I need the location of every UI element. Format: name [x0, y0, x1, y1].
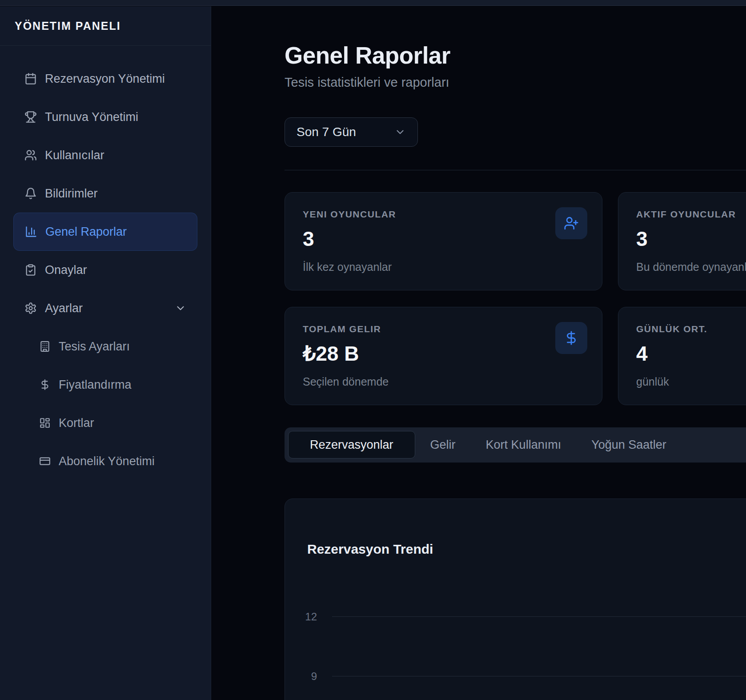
stat-description: Seçilen dönemde — [303, 375, 584, 388]
main-content: Genel Raporlar Tesis istatistikleri ve r… — [211, 6, 746, 700]
sidebar-nav: Rezervasyon Yönetimi Turnuva Yönetimi Ku… — [0, 46, 211, 480]
sidebar-item-label: Ayarlar — [45, 302, 83, 315]
sidebar-item-genel-raporlar[interactable]: Genel Raporlar — [13, 213, 197, 251]
page-subtitle: Tesis istatistikleri ve raporları — [285, 75, 746, 90]
stat-label: TOPLAM GELIR — [303, 323, 584, 335]
chart-gridline-row: 9 — [303, 671, 746, 682]
sidebar-header: YÖNETIM PANELI — [0, 6, 211, 46]
stat-value: ₺28 B — [303, 342, 584, 365]
stat-label: GÜNLÜK ORT. — [636, 323, 746, 335]
stat-description: Bu dönemde oynayanlar — [636, 260, 746, 274]
bell-icon — [24, 187, 37, 200]
sidebar-item-fiyatlandirma[interactable]: Fiyatlandırma — [13, 366, 197, 404]
y-axis-tick: 12 — [303, 611, 317, 623]
sidebar: YÖNETIM PANELI Rezervasyon Yönetimi Turn… — [0, 6, 211, 700]
chart-card: Rezervasyon Trendi 12 9 — [285, 499, 746, 700]
building-icon — [39, 341, 51, 352]
trophy-icon — [24, 111, 37, 123]
dollar-icon — [39, 379, 51, 390]
sidebar-item-label: Onaylar — [45, 263, 87, 277]
bar-chart-icon — [25, 225, 37, 238]
gridline — [332, 676, 746, 676]
sidebar-item-label: Kortlar — [59, 416, 94, 430]
sidebar-item-onaylar[interactable]: Onaylar — [13, 251, 197, 289]
tab-gelir[interactable]: Gelir — [415, 431, 471, 459]
period-select-value: Son 7 Gün — [297, 125, 356, 139]
period-select[interactable]: Son 7 Gün — [285, 117, 418, 147]
sidebar-item-tesis-ayarlari[interactable]: Tesis Ayarları — [13, 327, 197, 366]
tab-rezervasyonlar[interactable]: Rezervasyonlar — [288, 431, 415, 459]
layout-grid-icon — [39, 417, 51, 429]
page-title: Genel Raporlar — [285, 42, 746, 69]
stat-value: 3 — [303, 227, 584, 250]
sidebar-item-label: Bildirimler — [45, 187, 98, 201]
top-bar — [0, 0, 746, 6]
stat-description: günlük — [636, 375, 746, 388]
sidebar-item-label: Turnuva Yönetimi — [45, 110, 138, 124]
stats-grid: YENI OYUNCULAR 3 İlk kez oynayanlar AKTI… — [285, 192, 746, 405]
sidebar-item-label: Fiyatlandırma — [59, 378, 132, 392]
gridline — [332, 616, 746, 617]
user-plus-icon — [555, 207, 587, 239]
stat-description: İlk kez oynayanlar — [303, 260, 584, 274]
stat-card-yeni-oyuncular: YENI OYUNCULAR 3 İlk kez oynayanlar — [285, 192, 602, 290]
sidebar-item-label: Rezervasyon Yönetimi — [45, 72, 165, 86]
gear-icon — [24, 302, 37, 314]
sidebar-item-label: Genel Raporlar — [45, 225, 127, 239]
chart-title: Rezervasyon Trendi — [307, 542, 433, 557]
stat-label: YENI OYUNCULAR — [303, 209, 584, 220]
tab-kort-kullanimi[interactable]: Kort Kullanımı — [471, 431, 577, 459]
sidebar-item-label: Abonelik Yönetimi — [59, 455, 155, 468]
tab-yogun-saatler[interactable]: Yoğun Saatler — [576, 431, 682, 459]
credit-card-icon — [39, 455, 51, 467]
sidebar-item-rezervasyon-yonetimi[interactable]: Rezervasyon Yönetimi — [13, 60, 197, 98]
sidebar-item-bildirimler[interactable]: Bildirimler — [13, 174, 197, 213]
clipboard-check-icon — [24, 264, 37, 276]
report-tabs: Rezervasyonlar Gelir Kort Kullanımı Yoğu… — [285, 427, 746, 463]
calendar-icon — [24, 72, 37, 85]
stat-card-gunluk-ort: GÜNLÜK ORT. 4 günlük — [618, 307, 746, 405]
sidebar-item-ayarlar[interactable]: Ayarlar — [13, 289, 197, 327]
stat-card-toplam-gelir: TOPLAM GELIR ₺28 B Seçilen dönemde — [285, 307, 602, 405]
stat-value: 3 — [636, 227, 746, 250]
sidebar-title: YÖNETIM PANELI — [15, 20, 121, 32]
y-axis-tick: 9 — [303, 670, 317, 683]
chart-gridline-row: 12 — [303, 611, 746, 622]
stat-card-aktif-oyuncular: AKTIF OYUNCULAR 3 Bu dönemde oynayanlar — [618, 192, 746, 290]
stat-label: AKTIF OYUNCULAR — [636, 209, 746, 220]
sidebar-item-turnuva-yonetimi[interactable]: Turnuva Yönetimi — [13, 98, 197, 136]
users-icon — [24, 149, 37, 161]
sidebar-item-abonelik-yonetimi[interactable]: Abonelik Yönetimi — [13, 442, 197, 480]
sidebar-item-label: Tesis Ayarları — [59, 340, 130, 354]
sidebar-item-label: Kullanıcılar — [45, 149, 104, 162]
chevron-down-icon — [394, 126, 406, 138]
stat-value: 4 — [636, 342, 746, 365]
section-divider — [285, 170, 746, 170]
chevron-down-icon — [175, 302, 186, 314]
dollar-icon — [555, 322, 587, 354]
sidebar-item-kullanicilar[interactable]: Kullanıcılar — [13, 136, 197, 174]
sidebar-item-kortlar[interactable]: Kortlar — [13, 404, 197, 442]
